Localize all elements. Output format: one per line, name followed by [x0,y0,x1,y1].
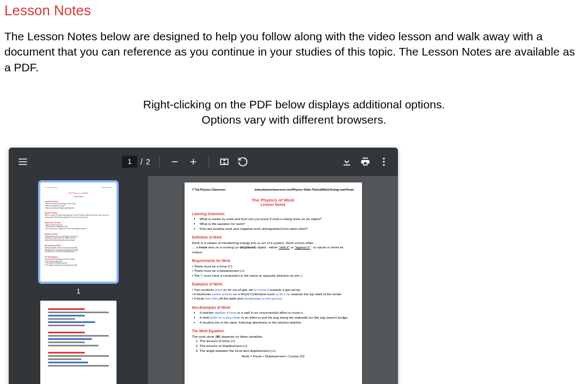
print-icon[interactable] [359,155,372,168]
section-equation: The Work Equation: The work done (W) dep… [192,329,354,358]
doc-title: The Physics of Work [192,198,354,203]
zoom-out-icon[interactable] [168,155,181,168]
thumbnail-page-1[interactable]: © The Physics Classroomphysicsclassroom.… [40,182,117,282]
section-requirements: Requirements for Work • There must be a … [192,259,354,278]
total-pages: 2 [146,157,150,166]
header-right: www.physicsclassroom.com/Physics-Video-T… [255,188,354,191]
section-nonexamples: Non-Examples of Work: A teacher applies … [192,306,354,325]
section-definition: Definition of Work Work is a means of tr… [192,235,354,254]
pdf-toolbar: / 2 [9,148,398,176]
pdf-viewer[interactable]: / 2 [9,148,398,384]
rotate-icon[interactable] [236,155,249,168]
page-title: Lesson Notes [4,0,584,19]
svg-point-9 [383,164,384,166]
fit-page-icon[interactable] [218,155,231,168]
pdf-page-1: © The Physics Classroom www.physicsclass… [185,182,362,384]
hint-text: Right-clicking on the PDF below displays… [4,97,584,128]
thumbnail-panel: © The Physics Classroomphysicsclassroom.… [9,176,148,384]
divider [159,156,160,167]
thumbnail-label-1: 1 [76,287,80,295]
page-indicator: / 2 [122,156,150,168]
page-area[interactable]: © The Physics Classroom www.physicsclass… [148,176,398,384]
header-left: © The Physics Classroom [192,188,225,191]
more-icon[interactable] [377,155,390,168]
thumbnail-page-2[interactable] [40,301,117,384]
menu-icon[interactable] [16,155,29,168]
divider [209,156,209,167]
doc-subtitle: Lesson Notes [192,203,354,206]
slash-label: / [140,157,143,166]
page-input[interactable] [122,156,137,168]
section-examples: Examples of Work: • Two students push on… [192,282,354,301]
zoom-in-icon[interactable] [187,155,200,168]
download-icon[interactable] [340,155,353,168]
section-outcomes: Learning Outcomes What is meant by work … [192,212,354,231]
intro-text: The Lesson Notes below are designed to h… [4,29,584,75]
svg-point-7 [383,157,384,159]
svg-point-8 [383,161,384,162]
